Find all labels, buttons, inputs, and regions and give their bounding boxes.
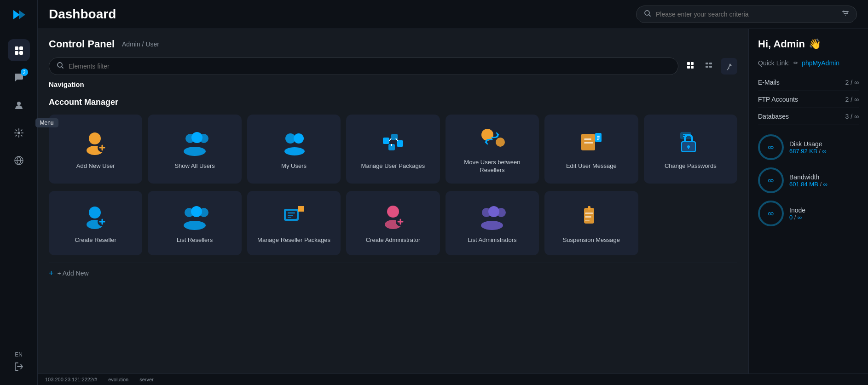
card-manage-reseller-packages[interactable]: Manage Reseller Packages [247, 191, 341, 255]
main-area: Dashboard Control Panel [38, 0, 868, 385]
svg-rect-31 [383, 138, 389, 144]
add-new-icon: + [49, 269, 54, 278]
svg-point-64 [387, 206, 399, 218]
sidebar: Menu 2 EN [0, 0, 38, 385]
sidebar-item-user[interactable] [8, 94, 30, 116]
add-new-bar[interactable]: + + Add New [49, 263, 737, 284]
inode-info: Inode 0 / ∞ [789, 207, 859, 221]
card-manage-user-packages[interactable]: Manage User Packages [346, 115, 440, 184]
card-list-resellers-label: List Resellers [177, 236, 213, 244]
stat-ftp-label: FTP Accounts [758, 96, 798, 103]
svg-rect-51 [680, 132, 691, 139]
card-create-reseller-label: Create Reseller [75, 236, 116, 244]
card-show-all-users-label: Show All Users [174, 162, 214, 170]
search-icon [644, 10, 651, 19]
global-search-input[interactable] [656, 11, 837, 18]
grid-view-button[interactable] [684, 60, 697, 73]
quick-link-edit-button[interactable]: ✏ [793, 60, 798, 66]
svg-rect-4 [15, 51, 18, 55]
svg-point-26 [199, 134, 208, 143]
svg-rect-73 [585, 213, 593, 214]
svg-marker-1 [19, 10, 25, 19]
cards-grid-row2: Create Reseller List Resellers [49, 191, 737, 255]
menu-tooltip: Menu [35, 118, 58, 127]
svg-rect-17 [706, 63, 708, 64]
sidebar-item-settings[interactable] [8, 122, 30, 144]
gauge-row-inode: Inode 0 / ∞ [758, 201, 859, 226]
svg-point-58 [184, 221, 206, 230]
card-change-passwords-label: Change Passwords [665, 162, 717, 170]
move-users-icon [477, 124, 507, 153]
content-area: Control Panel Admin / User [38, 29, 868, 374]
breadcrumb: Admin / User [122, 40, 159, 48]
card-edit-user-message[interactable]: Edit User Message [544, 115, 638, 184]
card-manage-user-packages-label: Manage User Packages [361, 162, 425, 170]
stat-row-ftp: FTP Accounts 2 / ∞ [758, 91, 859, 108]
chat-badge: 2 [21, 69, 28, 76]
elements-filter-input[interactable] [69, 63, 671, 70]
card-add-new-user[interactable]: Add New User [49, 115, 142, 184]
svg-point-6 [17, 102, 21, 105]
svg-point-70 [481, 221, 503, 230]
account-manager-title: Account Manager [49, 98, 737, 107]
svg-rect-45 [597, 138, 600, 138]
list-view-button[interactable] [702, 60, 715, 73]
stat-ftp-value: 2 / ∞ [845, 96, 859, 103]
panel-toolbar [49, 57, 737, 75]
gauge-row-disk: Disk Usage 687.92 KB / ∞ [758, 134, 859, 160]
svg-point-21 [89, 132, 101, 144]
footer-evolution: evolution [108, 377, 128, 382]
pin-button[interactable] [721, 58, 737, 75]
card-create-administrator[interactable]: Create Administrator [346, 191, 440, 255]
sidebar-item-chat[interactable]: 2 [8, 67, 30, 89]
breadcrumb-admin: Admin [122, 40, 140, 48]
nav-row: Navigation [49, 80, 737, 88]
card-create-administrator-label: Create Administrator [366, 236, 421, 244]
svg-point-69 [497, 208, 506, 217]
quick-link-url[interactable]: phpMyAdmin [802, 59, 839, 67]
cards-grid-row1: Add New User Show All Users [49, 115, 737, 184]
card-create-reseller[interactable]: Create Reseller [49, 191, 142, 255]
svg-rect-75 [585, 220, 590, 221]
svg-point-39 [496, 138, 505, 147]
stats-section: E-Mails 2 / ∞ FTP Accounts 2 / ∞ Databas… [758, 74, 859, 125]
sidebar-item-globe[interactable] [8, 149, 30, 172]
add-new-label: + Add New [58, 270, 89, 277]
stat-row-databases: Databases 3 / ∞ [758, 108, 859, 125]
sidebar-item-menu[interactable]: Menu [8, 39, 30, 61]
stat-databases-label: Databases [758, 113, 789, 120]
nav-navigation[interactable]: Navigation [49, 80, 84, 88]
card-my-users-label: My Users [281, 162, 307, 170]
svg-point-29 [294, 133, 304, 144]
svg-rect-46 [597, 139, 599, 140]
gauges-section: Disk Usage 687.92 KB / ∞ Bandwidth 601.8 [758, 134, 859, 226]
card-move-users[interactable]: Move Users between Resellers [446, 115, 539, 184]
stat-databases-value: 3 / ∞ [845, 113, 859, 120]
bandwidth-value: 601.84 MB / ∞ [789, 181, 859, 188]
manage-packages-icon [378, 127, 408, 157]
card-change-passwords[interactable]: Change Passwords [644, 115, 737, 184]
svg-rect-15 [687, 66, 690, 69]
stat-row-emails: E-Mails 2 / ∞ [758, 74, 859, 91]
svg-rect-74 [585, 216, 591, 218]
right-panel: Hi, Admin 👋 Quick Link: ✏ phpMyAdmin E-M… [748, 29, 868, 374]
svg-rect-16 [691, 66, 694, 69]
svg-rect-72 [588, 206, 590, 210]
sidebar-logout-button[interactable] [14, 362, 24, 374]
card-show-all-users[interactable]: Show All Users [148, 115, 241, 184]
card-list-resellers[interactable]: List Resellers [148, 191, 241, 255]
filter-button[interactable] [842, 10, 849, 19]
stat-emails-value: 2 / ∞ [845, 79, 859, 86]
card-add-new-user-label: Add New User [76, 162, 115, 170]
edit-message-icon [577, 127, 606, 157]
greeting: Hi, Admin 👋 [758, 38, 859, 50]
card-suspension-message[interactable]: Suspension Message [544, 191, 638, 255]
disk-value: 687.92 KB / ∞ [789, 148, 859, 155]
global-search-bar [636, 6, 857, 23]
inode-title: Inode [789, 207, 859, 214]
quick-link-row: Quick Link: ✏ phpMyAdmin [758, 59, 859, 67]
card-my-users[interactable]: My Users [247, 115, 341, 184]
svg-rect-62 [288, 215, 293, 216]
card-list-administrators[interactable]: List Administrators [446, 191, 539, 255]
svg-point-11 [847, 13, 848, 14]
